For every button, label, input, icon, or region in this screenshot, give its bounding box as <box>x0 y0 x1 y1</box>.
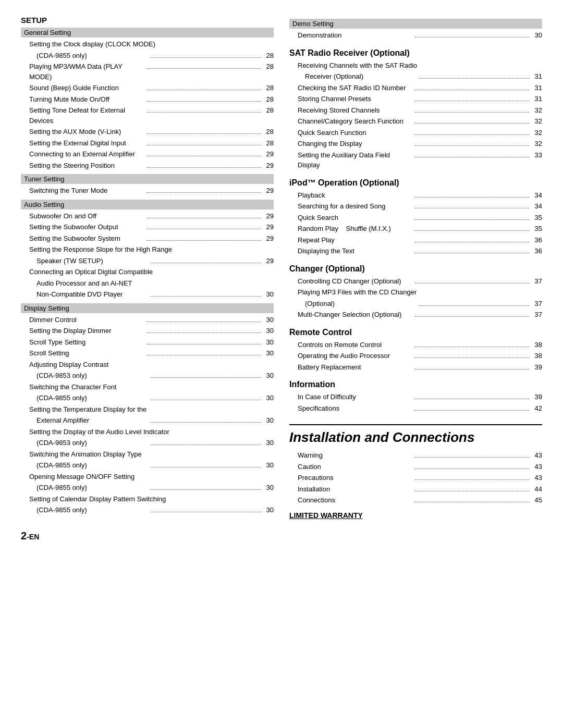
list-item: Setting the Subwoofer System 29 <box>21 233 274 244</box>
ipod-header: iPod™ Operation (Optional) <box>289 178 542 188</box>
list-item: Speaker (TW SETUP) 29 <box>21 255 274 267</box>
list-item: Setting the AUX Mode (V-Link) 28 <box>21 126 274 138</box>
list-item: Precautions 43 <box>289 472 542 484</box>
list-item: Switching the Animation Display Type <box>21 449 274 460</box>
page-number-digit: 2 <box>21 530 27 541</box>
list-item: (Optional) 37 <box>289 298 542 310</box>
list-item: Setting the Display of the Audio Level I… <box>21 426 274 438</box>
list-item: Displaying the Text 36 <box>289 245 542 257</box>
list-item: Setting the Display Dimmer 30 <box>21 325 274 337</box>
demo-setting-bar: Demo Setting <box>289 19 542 29</box>
list-item: Quick Search Function 32 <box>289 127 542 139</box>
list-item: Receiver (Optional) 31 <box>289 71 542 82</box>
list-item: Setting the Subwoofer Output 29 <box>21 221 274 233</box>
list-item: External Amplifier 30 <box>21 415 274 426</box>
tuner-setting-bar: Tuner Setting <box>21 174 274 184</box>
list-item: Installation 44 <box>289 484 542 495</box>
display-setting-bar: Display Setting <box>21 303 274 313</box>
list-item: Controlling CD Changer (Optional) 37 <box>289 276 542 287</box>
list-item: Changing the Display 32 <box>289 138 542 150</box>
list-item: (CDA-9853 only) 30 <box>21 370 274 381</box>
list-item: (CDA-9855 only) 30 <box>21 482 274 493</box>
list-item: (CDA-9853 only) 30 <box>21 437 274 449</box>
list-item: Storing Channel Presets 31 <box>289 93 542 105</box>
list-item: (CDA-9855 only) 28 <box>21 50 274 61</box>
limited-warranty-label: LIMITED WARRANTY <box>289 511 542 520</box>
install-section: Installation and Connections Warning 43 … <box>289 424 542 506</box>
page-wrapper: SETUP General Setting Setting the Clock … <box>21 16 542 542</box>
list-item: Setting the Auxiliary Data Field Display… <box>289 150 542 171</box>
list-item: Repeat Play 36 <box>289 235 542 246</box>
list-item: Dimmer Control 30 <box>21 314 274 326</box>
list-item: Playback 34 <box>289 190 542 201</box>
list-item: Setting the Clock display (CLOCK MODE) <box>21 39 274 50</box>
list-item: Controls on Remote Control 38 <box>289 339 542 351</box>
list-item: Receiving Stored Channels 32 <box>289 105 542 116</box>
list-item: Checking the SAT Radio ID Number 31 <box>289 82 542 94</box>
sat-radio-header: SAT Radio Receiver (Optional) <box>289 48 542 58</box>
list-item: Warning 43 <box>289 450 542 461</box>
list-item: Sound (Beep) Guide Function 28 <box>21 82 274 94</box>
list-item: Random Play Shuffle (M.I.X.) 35 <box>289 223 542 235</box>
list-item: Connecting to an External Amplifier 29 <box>21 149 274 160</box>
list-item: Operating the Audio Processor 38 <box>289 350 542 362</box>
list-item: Scroll Setting 30 <box>21 348 274 359</box>
list-item: (CDA-9855 only) 30 <box>21 460 274 471</box>
list-item: Setting the External Digital Input 28 <box>21 138 274 149</box>
list-item: Adjusting Display Contrast <box>21 359 274 371</box>
list-item: Playing MP3/WMA Data (PLAY MODE) 28 <box>21 61 274 82</box>
list-item: Switching the Character Font <box>21 381 274 393</box>
list-item: Connections 45 <box>289 495 542 506</box>
page-suffix: -EN <box>27 533 39 541</box>
list-item: Connecting an Optical Digital Compatible <box>21 266 274 278</box>
list-item: Scroll Type Setting 30 <box>21 337 274 348</box>
list-item: Non-Compatible DVD Player 30 <box>21 289 274 300</box>
information-header: Information <box>289 380 542 389</box>
list-item: Receiving Channels with the SAT Radio <box>289 60 542 71</box>
list-item: Channel/Category Search Function 32 <box>289 116 542 127</box>
page-number: 2-EN <box>21 530 542 542</box>
general-setting-bar: General Setting <box>21 28 274 38</box>
left-column: SETUP General Setting Setting the Clock … <box>21 16 274 520</box>
list-item: Setting Tone Defeat for External Devices… <box>21 105 274 126</box>
setup-header: SETUP <box>21 16 274 24</box>
list-item: In Case of Difficulty 39 <box>289 391 542 403</box>
list-item: (CDA-9855 only) 30 <box>21 392 274 404</box>
list-item: Battery Replacement 39 <box>289 362 542 373</box>
list-item: Subwoofer On and Off 29 <box>21 211 274 222</box>
right-column: Demo Setting Demonstration 30 SAT Radio … <box>289 16 542 520</box>
install-title: Installation and Connections <box>289 429 542 446</box>
list-item: Setting of Calendar Display Pattern Swit… <box>21 493 274 505</box>
list-item: Multi-Changer Selection (Optional) 37 <box>289 309 542 320</box>
list-item: Playing MP3 Files with the CD Changer <box>289 287 542 298</box>
remote-control-header: Remote Control <box>289 328 542 337</box>
list-item: Quick Search 35 <box>289 212 542 224</box>
changer-header: Changer (Optional) <box>289 264 542 274</box>
list-item: Setting the Response Slope for the High … <box>21 244 274 255</box>
list-item: Specifications 42 <box>289 403 542 414</box>
list-item: Opening Message ON/OFF Setting <box>21 471 274 483</box>
list-item: Switching the Tuner Mode 29 <box>21 185 274 196</box>
list-item: Setting the Steering Position 29 <box>21 160 274 171</box>
audio-setting-bar: Audio Setting <box>21 200 274 209</box>
list-item: Turning Mute Mode On/Off 28 <box>21 94 274 105</box>
list-item: (CDA-9855 only) 30 <box>21 504 274 516</box>
list-item: Audio Processor and an Ai-NET <box>21 278 274 289</box>
list-item: Searching for a desired Song 34 <box>289 201 542 212</box>
list-item: Caution 43 <box>289 461 542 473</box>
list-item: Demonstration 30 <box>289 30 542 41</box>
list-item: Setting the Temperature Display for the <box>21 404 274 415</box>
